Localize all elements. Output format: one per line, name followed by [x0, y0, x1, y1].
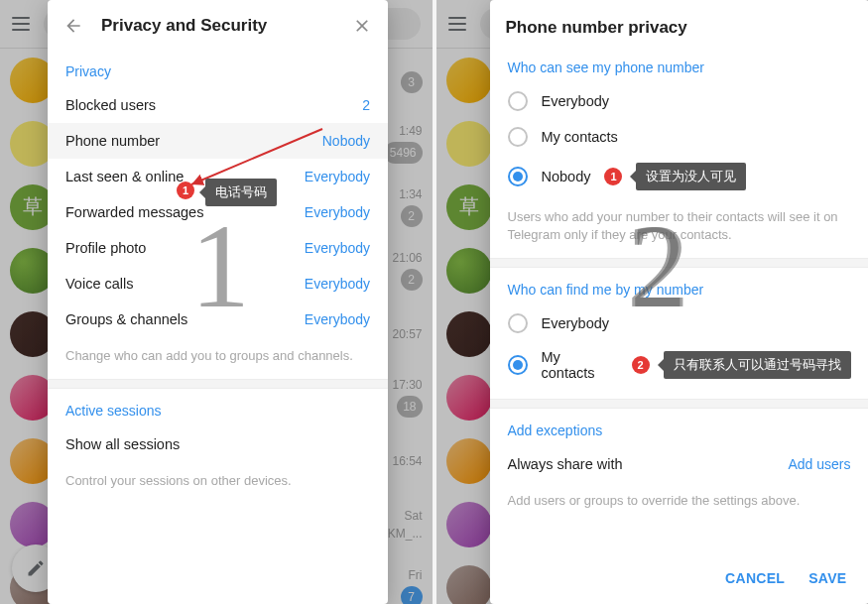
radio-icon: [508, 91, 528, 111]
section-divider: [490, 399, 869, 409]
row-value: 2: [362, 97, 370, 113]
row-label: Show all sessions: [65, 436, 180, 452]
row-blocked-users[interactable]: Blocked users2: [48, 87, 388, 123]
phone-number-privacy-modal: Phone number privacy Who can see my phon…: [490, 0, 869, 604]
add-exceptions-label: Add exceptions: [490, 409, 869, 446]
row-value: Everybody: [305, 169, 370, 184]
row-label: Last seen & online: [65, 169, 184, 184]
radio-icon: [508, 167, 528, 186]
callout-badge-1: 1: [604, 168, 622, 185]
radio-label: Everybody: [542, 315, 610, 331]
row-profile-photo[interactable]: Profile photoEverybody: [48, 230, 388, 266]
section-privacy-label: Privacy: [48, 50, 388, 87]
save-button[interactable]: SAVE: [808, 570, 846, 586]
row-label: Phone number: [65, 133, 160, 149]
who-can-find-label: Who can find me by my number: [490, 268, 869, 305]
row-label: Always share with: [508, 456, 623, 472]
radio-label: My contacts: [542, 129, 618, 145]
close-icon[interactable]: [352, 16, 372, 36]
radio-find-everybody[interactable]: Everybody: [490, 305, 869, 341]
privacy-hint: Change who can add you to groups and cha…: [48, 337, 388, 379]
row-groups-channels[interactable]: Groups & channelsEverybody: [48, 302, 388, 337]
radio-find-my-contacts[interactable]: My contacts 2 只有联系人可以通过号码寻找: [490, 341, 869, 389]
callout-label-1: 电话号码: [205, 179, 277, 206]
row-value: Everybody: [305, 204, 370, 220]
radio-icon: [508, 355, 528, 375]
radio-label: My contacts: [542, 349, 618, 381]
callout-badge-1: 1: [177, 181, 194, 199]
row-value: Everybody: [305, 276, 370, 292]
row-value: Nobody: [322, 133, 370, 149]
row-voice-calls[interactable]: Voice callsEverybody: [48, 266, 388, 302]
exceptions-hint: Add users or groups to override the sett…: [490, 482, 869, 524]
modal-title: Phone number privacy: [506, 18, 853, 38]
modal-header: Phone number privacy: [490, 0, 869, 46]
left-panel: 3 1:495496 草1:342 21:062 20:57 17:3018 1…: [0, 0, 433, 604]
row-value: Everybody: [305, 240, 370, 256]
radio-label: Everybody: [542, 93, 610, 109]
section-divider: [490, 258, 869, 268]
sessions-hint: Control your sessions on other devices.: [48, 462, 388, 504]
row-phone-number[interactable]: Phone numberNobody: [48, 123, 388, 159]
row-label: Forwarded messages: [65, 204, 203, 220]
callout-label-1: 设置为没人可见: [636, 163, 746, 190]
modal-title: Privacy and Security: [101, 16, 352, 36]
who-can-see-label: Who can see my phone number: [490, 46, 869, 83]
modal-actions: CANCEL SAVE: [490, 556, 869, 600]
who-can-see-hint: Users who add your number to their conta…: [490, 198, 869, 258]
radio-label: Nobody: [542, 169, 591, 184]
back-arrow-icon[interactable]: [63, 16, 83, 36]
row-label: Voice calls: [65, 276, 134, 292]
row-label: Groups & channels: [65, 311, 187, 327]
row-label: Profile photo: [65, 240, 146, 256]
callout-badge-2: 2: [632, 356, 650, 374]
row-show-sessions[interactable]: Show all sessions: [48, 426, 388, 462]
row-value: Everybody: [305, 311, 370, 327]
modal-header: Privacy and Security: [48, 0, 388, 50]
radio-see-my-contacts[interactable]: My contacts: [490, 119, 869, 155]
row-always-share[interactable]: Always share withAdd users: [490, 446, 869, 482]
section-sessions-label: Active sessions: [48, 389, 388, 426]
radio-see-nobody[interactable]: Nobody 1 设置为没人可见: [490, 155, 869, 198]
section-divider: [48, 379, 388, 389]
cancel-button[interactable]: CANCEL: [725, 570, 785, 586]
radio-see-everybody[interactable]: Everybody: [490, 83, 869, 119]
add-users-link[interactable]: Add users: [788, 456, 850, 472]
callout-label-2: 只有联系人可以通过号码寻找: [664, 351, 851, 379]
radio-icon: [508, 127, 528, 147]
privacy-security-modal: Privacy and Security Privacy Blocked use…: [48, 0, 388, 604]
radio-icon: [508, 313, 528, 333]
right-panel: 3 1:495496 草1:342 21:062 20:57 17:3018 1…: [436, 0, 869, 604]
row-label: Blocked users: [65, 97, 156, 113]
